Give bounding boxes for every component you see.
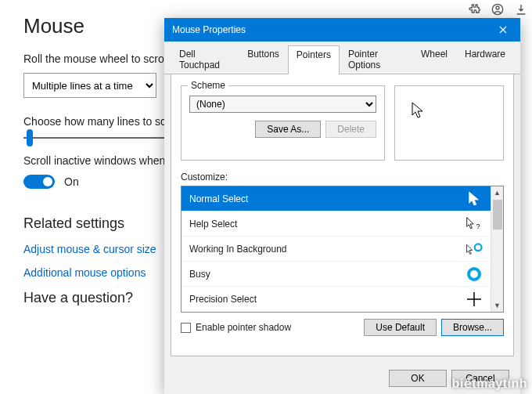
list-item-precision-select[interactable]: Precision Select xyxy=(182,287,491,312)
save-as-button[interactable]: Save As... xyxy=(255,121,321,138)
dialog-footer: OK Cancel xyxy=(164,363,520,394)
customize-label: Customize: xyxy=(181,172,504,183)
cursor-busy-icon xyxy=(466,266,483,283)
tab-buttons[interactable]: Buttons xyxy=(239,45,288,74)
dialog-title: Mouse Properties xyxy=(172,24,246,35)
cursor-working-icon xyxy=(466,240,483,258)
list-item-busy[interactable]: Busy xyxy=(182,262,491,287)
scheme-legend: Scheme xyxy=(188,80,228,91)
list-item-normal-select[interactable]: Normal Select xyxy=(182,186,491,211)
dialog-titlebar[interactable]: Mouse Properties xyxy=(164,18,520,42)
cursor-help-icon: ? xyxy=(466,215,483,233)
list-item-help-select[interactable]: Help Select ? xyxy=(182,211,491,237)
tab-pointer-options[interactable]: Pointer Options xyxy=(340,45,412,74)
wheel-scroll-select[interactable]: Multiple lines at a time xyxy=(23,73,156,98)
customize-list: Normal Select Help Select ? Working In B… xyxy=(181,186,504,313)
tab-wheel[interactable]: Wheel xyxy=(412,45,456,74)
scroll-down-icon[interactable]: ▼ xyxy=(491,299,504,312)
svg-point-4 xyxy=(469,269,480,280)
tab-dell-touchpad[interactable]: Dell Touchpad xyxy=(171,45,239,74)
use-default-button[interactable]: Use Default xyxy=(364,319,437,336)
toggle-state-text: On xyxy=(64,175,79,188)
account-icon[interactable] xyxy=(491,3,504,16)
tab-pointers[interactable]: Pointers xyxy=(288,45,340,74)
delete-button: Delete xyxy=(325,121,376,138)
pointer-shadow-checkbox[interactable]: Enable pointer shadow xyxy=(181,322,291,333)
scroll-up-icon[interactable]: ▲ xyxy=(491,186,504,199)
svg-point-1 xyxy=(496,6,499,9)
tab-strip: Dell Touchpad Buttons Pointers Pointer O… xyxy=(164,42,520,74)
extensions-icon[interactable] xyxy=(468,3,480,16)
cursor-normal-icon xyxy=(466,190,483,208)
svg-text:?: ? xyxy=(476,222,480,230)
cursor-precision-icon xyxy=(466,291,483,308)
svg-point-3 xyxy=(475,244,482,251)
tab-hardware[interactable]: Hardware xyxy=(456,45,514,74)
inactive-toggle[interactable] xyxy=(23,175,55,189)
close-button[interactable] xyxy=(485,18,520,42)
mouse-properties-dialog: Mouse Properties Dell Touchpad Buttons P… xyxy=(164,18,520,394)
scheme-group: Scheme (None) Save As... Delete xyxy=(181,85,385,161)
browser-toolbar xyxy=(468,3,527,16)
cancel-button[interactable]: Cancel xyxy=(451,370,509,387)
scroll-thumb[interactable] xyxy=(493,200,502,230)
list-item-working-background[interactable]: Working In Background xyxy=(182,237,491,262)
ok-button[interactable]: OK xyxy=(389,370,447,387)
dialog-body: Scheme (None) Save As... Delete Customiz… xyxy=(171,74,514,356)
scheme-select[interactable]: (None) xyxy=(189,96,376,113)
slider-thumb[interactable] xyxy=(27,129,33,146)
cursor-preview xyxy=(394,85,504,161)
checkbox-icon[interactable] xyxy=(181,323,191,333)
download-icon[interactable] xyxy=(515,3,527,16)
browse-button[interactable]: Browse... xyxy=(441,319,504,336)
list-scrollbar[interactable]: ▲ ▼ xyxy=(491,186,503,312)
